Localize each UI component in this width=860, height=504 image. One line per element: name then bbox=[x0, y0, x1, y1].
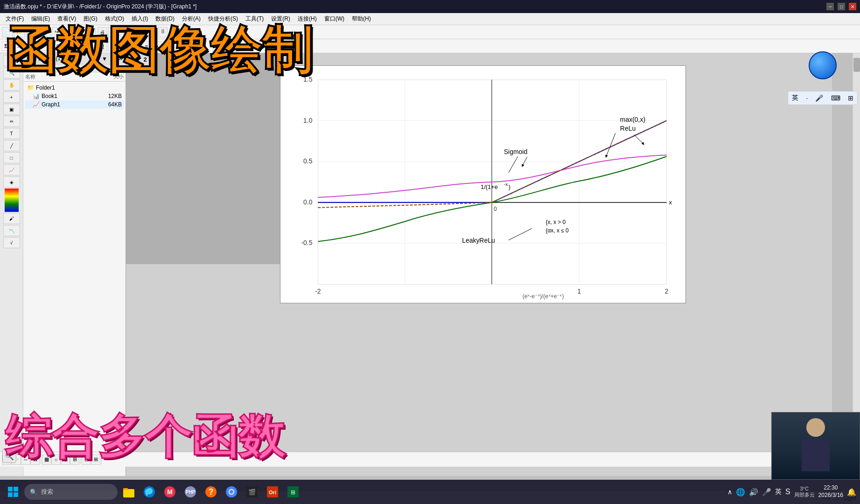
pm-tree: 📁 Folder1 📊 Book1 12KB 📈 Graph1 64KB bbox=[23, 82, 126, 111]
graph-window[interactable]: 1.5 1.0 0.5 0.0 -0.5 -2 1 2 0 max(0,x) R… bbox=[280, 65, 686, 303]
tray-volume[interactable]: 🔊 bbox=[749, 488, 758, 497]
svg-text:0.0: 0.0 bbox=[303, 198, 313, 206]
svg-text:max(0,x): max(0,x) bbox=[620, 116, 645, 123]
taskbar-app-php[interactable]: PHP bbox=[181, 483, 200, 501]
app1-icon: M bbox=[163, 485, 176, 498]
clock-date: 2026/3/16 bbox=[818, 492, 843, 499]
taskbar-app-origin[interactable]: Ori bbox=[263, 483, 282, 501]
clock-time: 22:30 bbox=[818, 484, 843, 492]
svg-text:(eˣ-e⁻ˣ)/(eˣ+e⁻ˣ): (eˣ-e⁻ˣ)/(eˣ+e⁻ˣ) bbox=[523, 293, 564, 300]
help-icon: ? bbox=[204, 485, 217, 498]
title-bar: 激活函数.opju * - D:\EV录屏\ - /Folder1/ - Ori… bbox=[0, 0, 860, 13]
book-size: 12KB bbox=[108, 93, 122, 99]
svg-text:x: x bbox=[669, 199, 672, 206]
taskbar-app-myapp1[interactable]: M bbox=[161, 483, 179, 501]
svg-text:1.0: 1.0 bbox=[303, 117, 313, 124]
svg-rect-45 bbox=[123, 488, 128, 490]
menu-window[interactable]: 窗口(W) bbox=[321, 14, 348, 24]
person-body bbox=[802, 439, 830, 471]
menu-help[interactable]: 帮助(H) bbox=[348, 14, 375, 24]
svg-text:-x: -x bbox=[504, 182, 508, 187]
sogou-input-bar[interactable]: 英 · 🎤 ⌨ ⊞ bbox=[788, 91, 858, 105]
graph-icon: 📈 bbox=[33, 101, 40, 108]
tool-line[interactable]: ╱ bbox=[3, 140, 20, 151]
pm-graph-item[interactable]: 📈 Graph1 64KB bbox=[25, 100, 124, 109]
sogou-grid[interactable]: ⊞ bbox=[848, 94, 853, 102]
maximize-button[interactable]: □ bbox=[838, 3, 845, 10]
webcam-person bbox=[772, 413, 860, 479]
tool-brush[interactable]: 🖌 bbox=[3, 213, 20, 224]
svg-text:2: 2 bbox=[665, 287, 669, 295]
svg-text:): ) bbox=[509, 183, 510, 190]
svg-text:M: M bbox=[167, 488, 173, 496]
windows-logo-icon bbox=[7, 486, 19, 497]
close-button[interactable]: ✕ bbox=[849, 3, 856, 10]
tray-mic[interactable]: 🎤 bbox=[762, 488, 771, 497]
svg-rect-41 bbox=[14, 487, 18, 491]
svg-text:-2: -2 bbox=[315, 287, 321, 295]
notification-bell[interactable]: 🔔 bbox=[847, 488, 856, 497]
svg-text:1/(1+e: 1/(1+e bbox=[481, 183, 498, 190]
svg-text:LeakyReLu: LeakyReLu bbox=[462, 237, 495, 244]
svg-text:Ori: Ori bbox=[269, 490, 276, 495]
sogou-lang[interactable]: 英 bbox=[792, 94, 798, 102]
tool-sqrt[interactable]: √ bbox=[3, 237, 20, 248]
blue-circle-decoration bbox=[809, 51, 837, 79]
chrome-icon bbox=[225, 485, 238, 498]
tool-crosshair[interactable]: + bbox=[3, 91, 20, 103]
overlay-title: 函数图像绘制 bbox=[5, 16, 313, 86]
weather-desc: 局部多云 bbox=[794, 491, 815, 498]
taskbar-app-chrome[interactable] bbox=[222, 483, 241, 501]
sogou-mic[interactable]: 🎤 bbox=[815, 94, 823, 102]
svg-text:PHP: PHP bbox=[186, 490, 196, 495]
tool-color-bar[interactable] bbox=[5, 189, 19, 212]
webcam-preview bbox=[771, 412, 860, 480]
tool-draw[interactable]: ✏ bbox=[3, 116, 20, 127]
graph-name: Graph1 bbox=[42, 101, 60, 108]
taskbar-weather[interactable]: 3°C 局部多云 bbox=[794, 486, 815, 498]
tray-expand[interactable]: ∧ bbox=[727, 488, 732, 496]
svg-rect-40 bbox=[8, 487, 13, 491]
svg-text:1: 1 bbox=[577, 287, 581, 295]
sogou-dot: · bbox=[806, 94, 808, 102]
tool-analytics[interactable]: 📉 bbox=[3, 225, 20, 236]
taskbar-app-media[interactable]: 🎬 bbox=[243, 483, 261, 501]
right-scrollbar[interactable] bbox=[853, 53, 860, 462]
tool-select[interactable]: ▣ bbox=[3, 104, 20, 115]
tool-graph[interactable]: 📈 bbox=[3, 164, 20, 175]
tray-network[interactable]: 🌐 bbox=[736, 488, 745, 497]
taskbar-app-edge[interactable] bbox=[140, 483, 159, 501]
taskbar-start-button[interactable] bbox=[4, 483, 22, 501]
pm-book-item[interactable]: 📊 Book1 12KB bbox=[25, 92, 124, 100]
svg-text:🎬: 🎬 bbox=[248, 488, 256, 496]
origin-icon: Ori bbox=[266, 485, 279, 498]
svg-text:?: ? bbox=[209, 487, 214, 497]
svg-text:ReLu: ReLu bbox=[620, 125, 636, 132]
svg-rect-43 bbox=[14, 492, 18, 497]
media-icon: 🎬 bbox=[245, 485, 259, 498]
taskbar-clock[interactable]: 22:30 2026/3/16 bbox=[818, 484, 843, 499]
taskbar-search-box[interactable]: 🔍 搜索 bbox=[24, 484, 118, 500]
svg-text:{αx, x ≤ 0: {αx, x ≤ 0 bbox=[545, 227, 569, 234]
window-controls: ─ □ ✕ bbox=[826, 3, 856, 10]
taskbar-right-tray: ∧ 🌐 🔊 🎤 英 S 3°C 局部多云 22:30 2026/3/16 🔔 bbox=[727, 484, 856, 499]
taskbar-app-help[interactable]: ? bbox=[202, 483, 220, 501]
right-scrollbar-thumb[interactable] bbox=[853, 58, 860, 72]
svg-text:⊞: ⊞ bbox=[291, 489, 295, 496]
tool-text[interactable]: T bbox=[3, 128, 20, 139]
tool-shape[interactable]: □ bbox=[3, 152, 20, 163]
svg-text:0.5: 0.5 bbox=[303, 157, 313, 165]
svg-point-55 bbox=[230, 490, 233, 494]
tray-sogou[interactable]: S bbox=[785, 488, 790, 496]
taskbar-app-extra[interactable]: ⊞ bbox=[284, 483, 302, 501]
tray-lang[interactable]: 英 bbox=[775, 488, 782, 496]
taskbar-app-explorer[interactable] bbox=[119, 483, 138, 501]
svg-text:{x, x > 0: {x, x > 0 bbox=[545, 219, 566, 225]
graph-svg: 1.5 1.0 0.5 0.0 -0.5 -2 1 2 0 max(0,x) R… bbox=[280, 66, 685, 303]
sogou-keyboard[interactable]: ⌨ bbox=[831, 94, 840, 102]
svg-rect-42 bbox=[8, 492, 13, 497]
svg-text:Sigmoid: Sigmoid bbox=[504, 148, 527, 155]
minimize-button[interactable]: ─ bbox=[826, 3, 834, 10]
tool-data-marker[interactable]: ◈ bbox=[3, 176, 20, 188]
search-placeholder: 搜索 bbox=[41, 488, 53, 496]
